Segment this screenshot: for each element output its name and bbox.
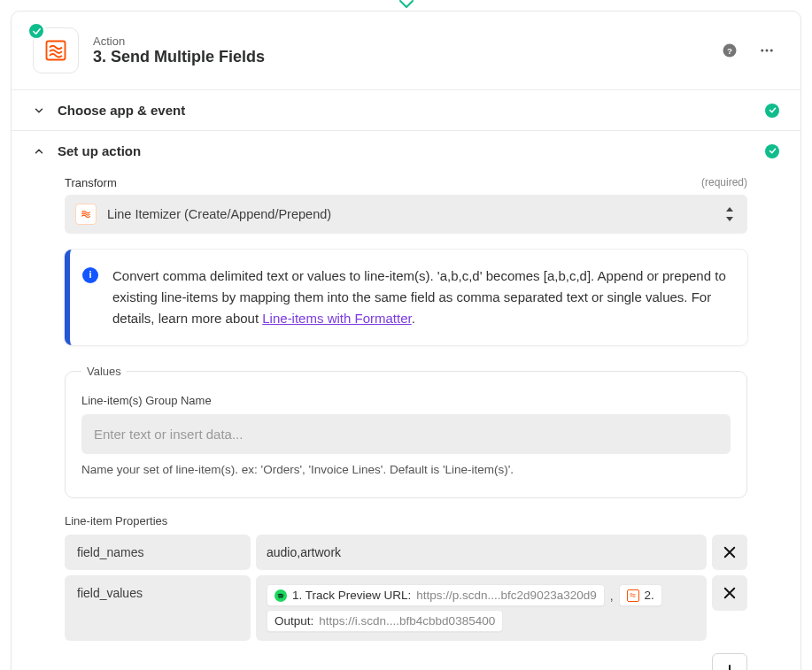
setup-panel: Transform (required) Line Itemizer (Crea… bbox=[12, 171, 800, 670]
transform-label: Transform bbox=[65, 176, 117, 189]
header-text: Action 3. Send Multiple Fields bbox=[93, 35, 265, 66]
section-label: Set up action bbox=[58, 143, 141, 158]
property-value-input[interactable]: 1. Track Preview URL: https://p.scdn....… bbox=[256, 575, 707, 641]
values-legend: Values bbox=[81, 365, 127, 378]
delete-row-button[interactable] bbox=[712, 535, 747, 570]
svg-point-5 bbox=[770, 50, 773, 52]
required-indicator: (required) bbox=[701, 176, 747, 189]
help-button[interactable]: ? bbox=[717, 38, 742, 63]
svg-point-3 bbox=[761, 50, 763, 52]
values-fieldset: Values Line-item(s) Group Name Name your… bbox=[65, 365, 747, 498]
formatter-app-icon bbox=[43, 37, 69, 64]
section-choose-app[interactable]: Choose app & event bbox=[12, 90, 800, 131]
mapped-field-pill[interactable]: Output: https://i.scdn....bfb4cbbd038540… bbox=[267, 610, 503, 632]
transform-value: Line Itemizer (Create/Append/Prepend) bbox=[107, 207, 714, 221]
property-value-input[interactable]: audio,artwork bbox=[256, 535, 707, 570]
delete-row-button[interactable] bbox=[712, 575, 747, 611]
status-check-badge bbox=[27, 21, 46, 41]
status-check-icon bbox=[765, 104, 779, 118]
chevron-up-icon bbox=[33, 145, 45, 158]
status-check-icon bbox=[765, 144, 779, 158]
section-label: Choose app & event bbox=[58, 103, 185, 118]
pill-value: https://i.scdn....bfb4cbbd0385400 bbox=[319, 614, 495, 628]
property-key-input[interactable]: field_values bbox=[65, 575, 251, 641]
formatter-app-icon bbox=[75, 204, 97, 225]
line-item-properties-label: Line-item Properties bbox=[65, 514, 747, 528]
pill-label: 1. Track Preview URL: bbox=[292, 589, 411, 602]
group-name-help: Name your set of line-item(s). ex: 'Orde… bbox=[81, 463, 731, 476]
separator: , bbox=[608, 589, 615, 603]
card-header: Action 3. Send Multiple Fields ? bbox=[12, 12, 800, 90]
mapped-field-pill[interactable]: 2. bbox=[619, 584, 662, 606]
pill-label: Output: bbox=[275, 614, 313, 628]
pill-value: https://p.scdn....bfc2d9023a320d9 bbox=[416, 589, 596, 602]
app-badge bbox=[33, 27, 79, 73]
add-row-button[interactable] bbox=[712, 653, 747, 670]
info-text-tail: . bbox=[412, 311, 415, 326]
property-row: field_names audio,artwork bbox=[65, 535, 747, 570]
mapped-field-pill[interactable]: 1. Track Preview URL: https://p.scdn....… bbox=[267, 584, 605, 606]
section-set-up-action[interactable]: Set up action bbox=[12, 131, 800, 171]
group-name-label: Line-item(s) Group Name bbox=[81, 394, 731, 407]
chevron-down-icon bbox=[33, 104, 45, 117]
sort-icon bbox=[724, 206, 737, 222]
property-row: field_values 1. Track Preview URL: https… bbox=[65, 575, 747, 641]
step-kicker: Action bbox=[93, 35, 265, 48]
property-key-input[interactable]: field_names bbox=[65, 535, 251, 570]
pill-label: 2. bbox=[645, 589, 654, 602]
step-title: 3. Send Multiple Fields bbox=[93, 48, 265, 66]
property-value-text: audio,artwork bbox=[267, 545, 341, 559]
info-icon: i bbox=[82, 267, 98, 283]
info-text: Convert comma delimited text or values t… bbox=[112, 266, 731, 329]
connector-arrow bbox=[0, 0, 812, 11]
transform-select[interactable]: Line Itemizer (Create/Append/Prepend) bbox=[65, 195, 747, 234]
info-text-body: Convert comma delimited text or values t… bbox=[112, 268, 726, 326]
svg-text:?: ? bbox=[727, 46, 732, 56]
info-link[interactable]: Line-items with Formatter bbox=[262, 311, 411, 326]
formatter-app-icon bbox=[627, 589, 639, 602]
action-card: Action 3. Send Multiple Fields ? Choose … bbox=[11, 11, 801, 670]
group-name-input[interactable] bbox=[81, 414, 731, 454]
more-menu-button[interactable] bbox=[754, 38, 779, 63]
info-callout: i Convert comma delimited text or values… bbox=[65, 250, 747, 345]
svg-point-4 bbox=[766, 50, 769, 52]
spotify-icon bbox=[275, 589, 287, 602]
